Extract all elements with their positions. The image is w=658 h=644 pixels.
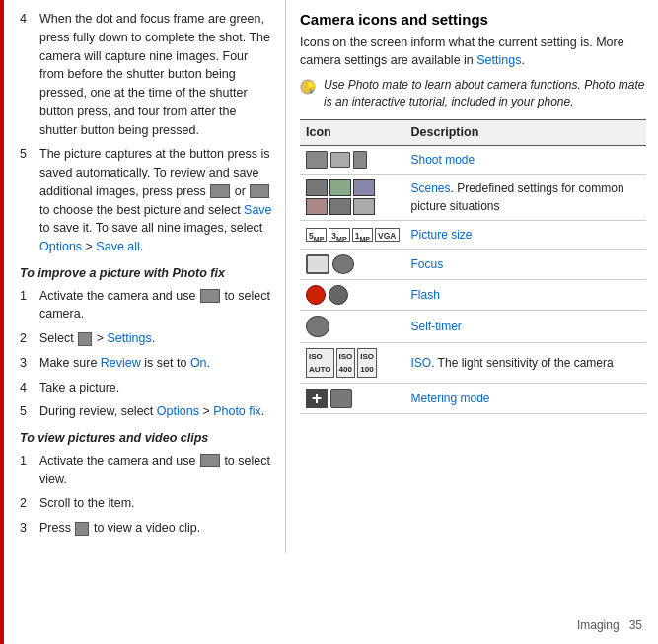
metering-link[interactable]: Metering mode <box>411 392 490 405</box>
shoot-icon-2 <box>330 152 350 168</box>
shoot-icon-3 <box>353 151 367 169</box>
desc-cell-selftimer: Self-timer <box>405 311 647 343</box>
photofix-link[interactable]: Photo fix <box>213 404 261 418</box>
icon-cell-selftimer <box>300 311 405 343</box>
table-row: ISOAUTO ISO400 ISO100 ISO. The light sen… <box>300 343 646 384</box>
desc-cell-metering: Metering mode <box>405 384 647 414</box>
shoot-mode-link[interactable]: Shoot mode <box>411 153 475 167</box>
red-border-line <box>0 0 4 644</box>
icon-cell-shoot <box>300 146 405 175</box>
metering-icon-plus: + <box>306 389 328 408</box>
iso-400: ISO400 <box>336 348 356 378</box>
icon-cell-focus <box>300 250 405 280</box>
scene-icon-1 <box>306 179 328 196</box>
tip-box: 💡 Use Photo mate to learn about camera f… <box>300 77 646 110</box>
right-arrow-icon <box>250 184 269 198</box>
page-title: Camera icons and settings <box>300 10 646 30</box>
shoot-mode-icons <box>306 151 400 169</box>
desc-cell-iso: ISO. The light sensitivity of the camera <box>405 343 647 384</box>
selftimer-link[interactable]: Self-timer <box>411 320 462 333</box>
step-text: When the dot and focus frame are green, … <box>39 10 273 139</box>
lightbulb-icon: 💡 <box>300 79 316 95</box>
play-icon <box>75 522 89 536</box>
scene-icon-5 <box>329 198 351 215</box>
step-number: 3 <box>20 354 36 373</box>
col-desc-header: Description <box>405 120 647 146</box>
table-row: Self-timer <box>300 311 646 343</box>
shoot-icon-1 <box>306 151 328 169</box>
desc-cell-shoot: Shoot mode <box>405 146 647 175</box>
scene-icon-4 <box>306 198 328 215</box>
iso-icons: ISOAUTO ISO400 ISO100 <box>306 348 400 378</box>
step-text: Take a picture. <box>39 379 273 397</box>
metering-icons: + <box>306 389 400 408</box>
nav-icon <box>200 289 220 303</box>
step-3-view: 3 Press to view a video clip. <box>20 519 273 537</box>
step-text: Press to view a video clip. <box>39 519 273 537</box>
selftimer-icon <box>306 316 329 337</box>
scene-icon-3 <box>353 179 375 196</box>
picture-size-icons: 5MP 3MP 1MP VGA <box>306 228 400 242</box>
step-text: Scroll to the item. <box>39 494 273 513</box>
settings-link-right[interactable]: Settings <box>476 53 521 67</box>
flash-link[interactable]: Flash <box>411 288 440 302</box>
section-heading-photofix: To improve a picture with Photo fix <box>20 264 273 283</box>
tip-icon: 💡 <box>300 79 318 101</box>
table-row: Scenes. Predefined settings for common p… <box>300 175 646 221</box>
step-number: 3 <box>20 519 36 537</box>
step-text: Select > Settings. <box>39 329 273 348</box>
right-column: Camera icons and settings Icons on the s… <box>286 0 658 644</box>
iso-auto: ISOAUTO <box>306 348 334 378</box>
step-text: The picture captures at the button press… <box>39 145 273 256</box>
step-2-view: 2 Scroll to the item. <box>20 494 273 513</box>
size-1mp: 1MP <box>352 228 373 242</box>
focus-icons <box>306 254 400 274</box>
page-footer: Imaging 35 <box>577 616 642 634</box>
step-1-view: 1 Activate the camera and use to select … <box>20 452 273 489</box>
step-5-photofix: 5 During review, select Options > Photo … <box>20 402 273 421</box>
step-text: Activate the camera and use to select vi… <box>39 452 273 489</box>
options-link2[interactable]: Options <box>157 404 199 418</box>
icon-cell-metering: + <box>300 384 405 414</box>
flash-icons <box>306 285 400 305</box>
step-number: 5 <box>20 145 36 256</box>
desc-cell-scenes: Scenes. Predefined settings for common p… <box>405 175 647 221</box>
step-number: 2 <box>20 329 36 348</box>
iso-100: ISO100 <box>357 348 377 378</box>
on-link[interactable]: On <box>190 356 207 370</box>
picture-size-link[interactable]: Picture size <box>411 228 473 242</box>
size-vga: VGA <box>375 228 399 242</box>
iso-link[interactable]: ISO <box>411 356 432 370</box>
scenes-link[interactable]: Scenes <box>411 181 451 195</box>
icon-cell-scenes <box>300 175 405 221</box>
focus-icon-1 <box>306 254 329 274</box>
scene-icon-2 <box>329 179 351 196</box>
iso-desc: . The light sensitivity of the camera <box>431 356 614 370</box>
intro-text: Icons on the screen inform what the curr… <box>300 34 646 69</box>
col-icon-header: Icon <box>300 120 405 146</box>
step-number: 1 <box>20 287 36 324</box>
settings-table: Icon Description Shoot mode <box>300 119 646 414</box>
step-text: During review, select Options > Photo fi… <box>39 402 273 421</box>
focus-link[interactable]: Focus <box>411 257 444 271</box>
section-label: Imaging <box>577 618 620 632</box>
save-link[interactable]: Save <box>244 203 272 217</box>
page-number: 35 <box>629 618 642 632</box>
left-arrow-icon <box>210 184 230 198</box>
camera-icon <box>78 332 92 346</box>
save-all-link[interactable]: Save all <box>96 240 139 253</box>
scenes-icons <box>306 179 395 215</box>
step-4-photofix: 4 Take a picture. <box>20 379 273 397</box>
step-2-photofix: 2 Select > Settings. <box>20 329 273 348</box>
options-link[interactable]: Options <box>39 240 82 253</box>
tip-text: Use Photo mate to learn about camera fun… <box>324 77 646 110</box>
metering-icon-cam <box>330 389 352 408</box>
settings-link[interactable]: Settings <box>107 331 151 345</box>
table-row: Flash <box>300 280 646 311</box>
svg-text:💡: 💡 <box>305 81 316 94</box>
nav-icon2 <box>200 454 220 467</box>
review-link[interactable]: Review <box>101 356 141 370</box>
table-row: Shoot mode <box>300 146 646 175</box>
step-text: Make sure Review is set to On. <box>39 354 273 373</box>
desc-cell-flash: Flash <box>405 280 647 311</box>
